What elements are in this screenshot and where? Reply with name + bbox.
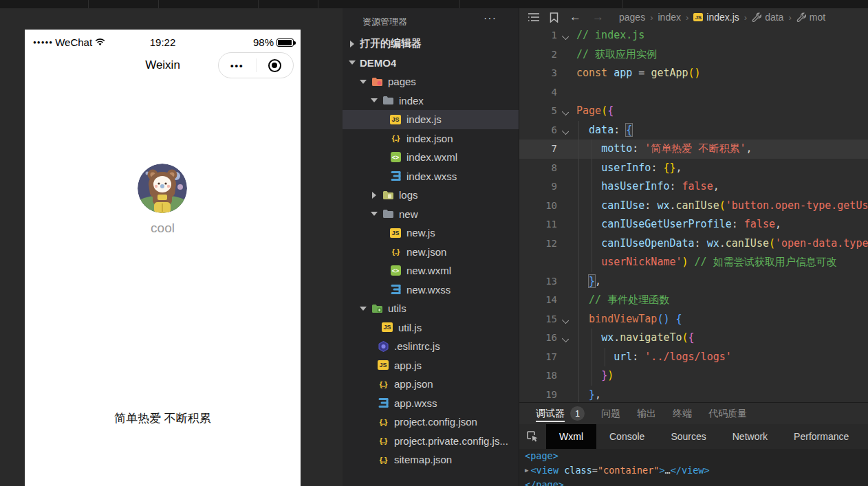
chevron-down-icon[interactable] [370, 210, 378, 218]
code-line-8[interactable]: 8 userInfo: {}, [519, 159, 868, 178]
expand-arrow-icon[interactable]: ▶ [525, 463, 528, 478]
breadcrumb-label: mot [810, 12, 825, 23]
devtools-tab-network[interactable]: Network [719, 424, 781, 449]
code-line-15[interactable]: 15 bindViewTap() { [519, 310, 868, 329]
line-number: 13 [519, 272, 557, 291]
code-line-5[interactable]: 5Page({ [519, 102, 868, 121]
debugger-tab-问题[interactable]: 问题 [601, 403, 620, 424]
close-target-icon[interactable] [257, 59, 294, 72]
breadcrumb-item-index[interactable]: index [658, 12, 681, 23]
debugger-tab-代码质量[interactable]: 代码质量 [708, 403, 747, 424]
code-line-17[interactable]: 17 url: '../logs/logs' [519, 348, 868, 367]
top-strip-divider [258, 0, 259, 8]
tree-item-utils[interactable]: utils [343, 299, 519, 318]
tree-item-new[interactable]: new [343, 205, 519, 224]
breadcrumb-item-pages[interactable]: pages [619, 12, 645, 23]
tree-item-app-js[interactable]: JSapp.js [343, 356, 519, 375]
devtools-tab-wxml[interactable]: Wxml [546, 424, 596, 449]
code-text: canIUseOpenData: wx.canIUse('open-data.t… [576, 234, 868, 254]
devtools-tab-sources[interactable]: Sources [658, 424, 719, 449]
code-line-11[interactable]: 11 canIUseGetUserProfile: false, [519, 215, 868, 234]
breadcrumb-item-mot[interactable]: mot [796, 12, 825, 23]
avatar[interactable] [138, 164, 187, 213]
code-line-10[interactable]: 10 canIUse: wx.canIUse('button.open-type… [519, 197, 868, 216]
chevron-right-icon[interactable] [348, 40, 356, 48]
breadcrumb-item-index-js[interactable]: JSindex.js [693, 12, 739, 23]
symbol-wrench-icon [796, 12, 806, 22]
tree-item-index[interactable]: index [343, 91, 519, 111]
code-line-14[interactable]: 14 // 事件处理函数 [519, 291, 868, 310]
code-line-2[interactable]: 2// 获取应用实例 [519, 45, 868, 65]
code-line-18[interactable]: 18 }) [519, 366, 868, 386]
tree-item-index-wxss[interactable]: index.wxss [343, 167, 519, 186]
chevron-down-icon[interactable] [348, 58, 356, 67]
tree-item-new-js[interactable]: JSnew.js [343, 223, 519, 243]
code-line-6[interactable]: 6 data: { [519, 121, 868, 140]
tree-item-new-json[interactable]: {..}new.json [343, 243, 519, 262]
code-line-19[interactable]: 19 }, [519, 386, 868, 403]
code-line-13[interactable]: 13 }, [519, 272, 868, 291]
tree-item-new-wxml[interactable]: <>new.wxml [343, 261, 519, 280]
tree-item-label: .eslintrc.js [394, 340, 440, 352]
bookmark-icon[interactable] [550, 12, 558, 23]
symbol-wrench-icon [752, 12, 761, 22]
chevron-down-icon[interactable] [370, 96, 378, 104]
chevron-down-icon[interactable] [359, 78, 367, 86]
tree-item-logs[interactable]: logs [343, 186, 519, 205]
json-file-icon: {..} [389, 246, 402, 257]
back-arrow-icon[interactable]: ← [569, 10, 581, 24]
open-editors-section[interactable]: 打开的编辑器 [343, 34, 519, 54]
folder-logs-icon [382, 190, 394, 201]
tree-item-app-wxss[interactable]: app.wxss [343, 394, 519, 413]
wxml-node-row[interactable]: <page> [519, 449, 868, 463]
inspect-element-icon[interactable] [526, 430, 539, 443]
line-number: 18 [519, 366, 557, 386]
project-root-demo4[interactable]: DEMO4 [343, 54, 519, 73]
tree-item-index-js[interactable]: JSindex.js [343, 110, 519, 129]
wxml-inspector[interactable]: <page>▶<view class="container">…</view><… [519, 449, 868, 486]
code-line-9[interactable]: 9 hasUserInfo: false, [519, 177, 868, 197]
devtools-tab-memory[interactable]: Memory [862, 424, 868, 449]
more-icon[interactable]: ••• [219, 60, 256, 71]
tree-item-sitemap-json[interactable]: {..}sitemap.json [343, 450, 519, 470]
debugger-tab-调试器[interactable]: 调试器1 [536, 403, 585, 424]
tree-item-index-wxml[interactable]: <>index.wxml [343, 148, 519, 167]
breadcrumb-label: data [765, 12, 783, 23]
chevron-down-icon[interactable] [359, 305, 367, 313]
code-text: bindViewTap() { [576, 310, 868, 329]
code-line-12[interactable]: 12 canIUseOpenData: wx.canIUse('open-dat… [519, 234, 868, 254]
code-line-7[interactable]: 7 motto: '简单热爱 不断积累', [519, 140, 868, 159]
tree-item-index-json[interactable]: {..}index.json [343, 129, 519, 148]
forward-arrow-icon[interactable]: → [592, 10, 604, 24]
explorer-more-icon[interactable]: ··· [484, 12, 497, 25]
code-line-16[interactable]: 16 wx.navigateTo({ [519, 329, 868, 348]
tree-item-util-js[interactable]: JSutil.js [343, 318, 519, 338]
tree-item-project-private-config-js-[interactable]: {..}project.private.config.js... [343, 432, 519, 451]
wxml-node-row[interactable]: </page> [519, 478, 868, 486]
code-area[interactable]: 1// index.js2// 获取应用实例3const app = getAp… [519, 26, 868, 402]
debugger-tab-输出[interactable]: 输出 [637, 403, 656, 424]
tree-item-app-json[interactable]: {..}app.json [343, 375, 519, 394]
tree-item-pages[interactable]: pages [343, 72, 519, 91]
devtools-tab-performance[interactable]: Performance [781, 424, 862, 449]
chevron-right-icon[interactable] [370, 191, 378, 199]
tree-item-label: index.js [406, 113, 442, 125]
devtools-tab-console[interactable]: Console [596, 424, 658, 449]
line-number: 5 [519, 102, 557, 121]
tree-item-label: sitemap.json [394, 454, 452, 465]
code-line-3[interactable]: 3const app = getApp() [519, 64, 868, 83]
breadcrumb-separator: › [650, 12, 653, 23]
capsule-button[interactable]: ••• [218, 52, 294, 78]
wxml-node-row[interactable]: ▶<view class="container">…</view> [519, 463, 868, 478]
code-line-4[interactable]: 4 [519, 83, 868, 102]
tree-item-new-wxss[interactable]: new.wxss [343, 280, 519, 300]
tree-item-project-config-json[interactable]: {..}project.config.json [343, 412, 519, 432]
code-line-1[interactable]: 1// index.js [519, 26, 868, 45]
tab-label: 代码质量 [708, 408, 747, 420]
debugger-panel: 调试器1问题输出终端代码质量 WxmlConsoleSourcesNetwork… [519, 402, 868, 486]
breadcrumb-item-data[interactable]: data [752, 12, 783, 23]
outline-list-icon[interactable] [528, 12, 540, 22]
code-line-wrap[interactable]: userNickName') // 如需尝试获取用户信息可改 [519, 253, 868, 272]
debugger-tab-终端[interactable]: 终端 [673, 403, 692, 424]
tree-item--eslintrc-js[interactable]: .eslintrc.js [343, 337, 519, 356]
